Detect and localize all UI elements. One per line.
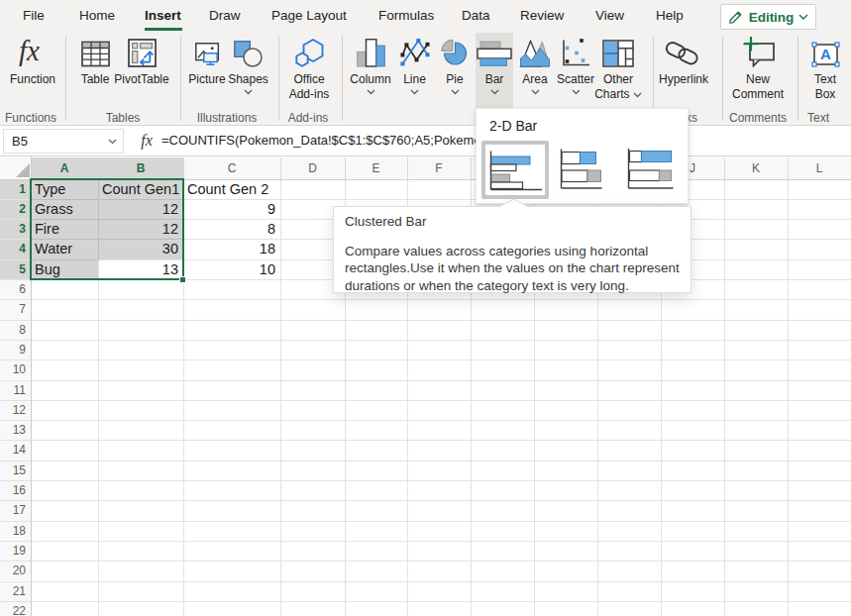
row-header-17[interactable]: 17 [0,500,31,520]
column-header-K[interactable]: K [724,157,788,179]
other-charts-button[interactable]: Other Charts [590,33,646,108]
chevron-down-icon[interactable] [531,89,540,95]
function-button[interactable]: fx Function [3,33,62,108]
column-header-E[interactable]: E [345,157,407,179]
menu-tab-view[interactable]: View [595,0,624,32]
area-chart-button[interactable]: Area [514,33,556,108]
column-header-F[interactable]: F [407,157,471,179]
gridline-vertical [788,179,789,616]
clustered-bar-option[interactable] [481,141,549,199]
chevron-down-icon[interactable] [410,89,419,95]
row-header-16[interactable]: 16 [0,480,31,500]
menu-tab-home[interactable]: Home [79,0,115,32]
cell-C3[interactable]: 8 [183,219,280,239]
ribbon: fx Function Table [0,32,851,126]
cell-C5[interactable]: 10 [183,259,280,279]
hundred-percent-stacked-bar-option[interactable] [623,145,675,192]
100-percent-stacked-bar-preview-icon [625,147,674,190]
select-all-corner[interactable] [0,157,31,179]
column-header-C[interactable]: C [183,157,280,179]
row-header-1[interactable]: 1 [0,179,31,199]
chevron-down-icon[interactable] [490,89,499,95]
row-header-5[interactable]: 5 [0,259,31,279]
column-header-A[interactable]: A [31,157,98,179]
hyperlink-icon [664,41,703,67]
gridline-horizontal [0,420,851,421]
column-chart-button[interactable]: Column [343,33,398,108]
column-chart-icon [356,39,385,67]
pie-chart-button[interactable]: Pie [437,33,473,108]
row-header-13[interactable]: 13 [0,420,31,440]
menu-tab-page-layout[interactable]: Page Layout [271,0,347,32]
button-label: Text [814,72,836,87]
ribbon-separator [798,36,798,121]
pencil-icon [728,9,744,25]
gridline-horizontal [0,601,851,602]
tooltip-beak [495,194,533,210]
line-chart-button[interactable]: Line [394,33,435,108]
pivottable-button[interactable]: PivotTable [109,33,174,108]
chevron-down-icon[interactable] [451,89,460,95]
button-label: Add-ins [289,87,330,102]
menu-tab-file[interactable]: File [23,0,45,32]
column-header-D[interactable]: D [280,157,345,179]
button-label: Table [81,72,110,87]
fx-icon[interactable]: fx [136,128,158,154]
row-header-18[interactable]: 18 [0,521,31,541]
row-header-6[interactable]: 6 [0,279,31,299]
chevron-down-icon[interactable] [108,139,117,145]
button-label: Charts [594,87,642,102]
row-header-7[interactable]: 7 [0,299,31,319]
column-header-B[interactable]: B [98,157,183,179]
chevron-down-icon[interactable] [633,92,642,98]
menu-tab-data[interactable]: Data [462,0,490,32]
area-chart-icon [519,40,551,67]
text-box-button[interactable]: A Text Box [803,33,847,108]
row-header-14[interactable]: 14 [0,440,31,460]
menu-tab-formulas[interactable]: Formulas [378,0,434,32]
row-header-20[interactable]: 20 [0,561,31,580]
button-label: Hyperlink [659,72,708,87]
row-header-3[interactable]: 3 [0,219,31,239]
gridline-horizontal [0,461,851,462]
gridline-horizontal [0,359,851,360]
hyperlink-button[interactable]: Hyperlink [651,33,716,108]
stacked-bar-option[interactable] [555,145,604,192]
cell-C2[interactable]: 9 [183,199,280,219]
bar-chart-button[interactable]: Bar [476,33,513,108]
menu-tab-draw[interactable]: Draw [209,0,241,32]
row-header-8[interactable]: 8 [0,320,31,340]
cell-C1[interactable]: Count Gen 2 [183,179,280,199]
formula-input[interactable]: =COUNTIFS(Pokemon_Data!$C$1:$C$760;A5;Po… [161,126,481,155]
row-header-4[interactable]: 4 [0,239,31,258]
name-box[interactable]: B5 [3,129,124,154]
bar-chart-icon [477,41,512,67]
column-header-L[interactable]: L [788,157,851,179]
shapes-button[interactable]: Shapes [224,33,272,108]
row-header-15[interactable]: 15 [0,461,31,480]
gridline-horizontal [0,320,851,321]
gridline-horizontal [0,581,851,582]
row-header-19[interactable]: 19 [0,541,31,561]
row-header-9[interactable]: 9 [0,340,31,359]
menu-tab-help[interactable]: Help [656,0,684,32]
row-header-2[interactable]: 2 [0,199,31,219]
chevron-down-icon[interactable] [367,89,375,95]
row-header-21[interactable]: 21 [0,581,31,601]
button-label: Shapes [228,72,268,87]
office-addins-button[interactable]: Office Add-ins [281,33,337,108]
new-comment-button[interactable]: New Comment [723,33,793,108]
menu-tab-review[interactable]: Review [520,0,564,32]
button-label: Comment [732,87,784,102]
row-header-11[interactable]: 11 [0,380,31,400]
row-header-22[interactable]: 22 [0,601,31,616]
chevron-down-icon[interactable] [244,89,253,95]
editing-mode-button[interactable]: Editing [720,4,816,30]
fill-handle[interactable] [179,276,186,283]
ribbon-group-label-text: Text [807,111,829,125]
row-header-10[interactable]: 10 [0,359,31,379]
ribbon-separator [65,36,66,121]
cell-C4[interactable]: 18 [183,239,280,258]
row-header-12[interactable]: 12 [0,400,31,420]
chevron-down-icon[interactable] [572,89,581,95]
